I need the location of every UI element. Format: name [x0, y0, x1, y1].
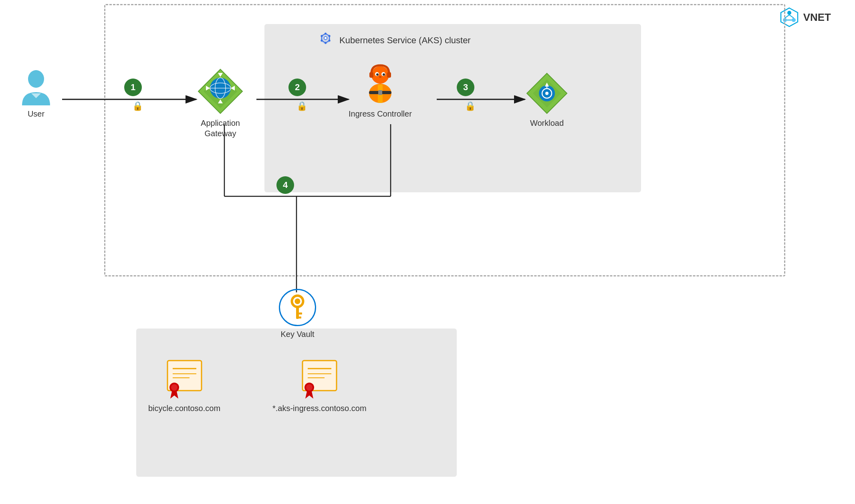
svg-point-16 — [321, 35, 323, 37]
svg-point-15 — [321, 40, 323, 42]
vnet-label: VNET — [779, 7, 831, 27]
vnet-text: VNET — [803, 11, 831, 24]
app-gateway-icon — [196, 67, 244, 115]
svg-point-13 — [329, 40, 331, 42]
keyvault-label: Key Vault — [280, 329, 314, 339]
user-label: User — [28, 109, 44, 119]
svg-marker-76 — [305, 391, 313, 399]
cert2-icon-block: *.aks-ingress.contoso.com — [272, 359, 367, 413]
lock-1: 🔒 — [132, 101, 143, 111]
svg-point-42 — [379, 76, 381, 78]
svg-point-37 — [371, 66, 389, 84]
cert1-icon — [165, 359, 204, 401]
svg-point-11 — [325, 33, 327, 35]
badge-3: 3 — [457, 79, 474, 96]
workload-icon-block: Workload — [525, 71, 569, 128]
svg-line-4 — [785, 15, 789, 18]
app-gateway-label: Application Gateway — [201, 118, 240, 139]
svg-line-5 — [789, 15, 794, 18]
svg-marker-69 — [170, 391, 178, 399]
svg-point-10 — [325, 37, 327, 39]
lock-2: 🔒 — [296, 101, 307, 111]
ingress-label: Ingress Controller — [349, 109, 412, 119]
diagram-container: VNET Kubernetes Service (AKS) cluster — [0, 0, 855, 504]
badge-4: 4 — [276, 176, 294, 194]
badge-2: 2 — [288, 79, 306, 96]
cert2-icon — [300, 359, 339, 401]
svg-point-53 — [545, 92, 548, 95]
ingress-icon-block: Ingress Controller — [349, 62, 412, 119]
lock-3: 🔒 — [465, 101, 476, 111]
svg-rect-61 — [299, 312, 302, 314]
cert1-icon-block: bicycle.contoso.com — [148, 359, 220, 413]
workload-label: Workload — [530, 118, 564, 128]
svg-point-40 — [376, 73, 379, 76]
svg-point-1 — [787, 11, 791, 15]
svg-rect-43 — [369, 72, 373, 78]
aks-cluster-label-area: Kubernetes Service (AKS) cluster — [317, 31, 471, 49]
user-icon — [20, 70, 52, 106]
aks-cluster-box — [264, 24, 641, 192]
traefik-icon — [358, 62, 402, 106]
keyvault-icon-block: Key Vault — [278, 288, 317, 339]
keyvault-icon — [278, 288, 317, 327]
app-gateway-icon-block: Application Gateway — [196, 67, 244, 139]
svg-point-3 — [792, 18, 796, 22]
svg-rect-48 — [378, 90, 382, 95]
aks-icon — [317, 31, 335, 49]
svg-point-68 — [171, 384, 177, 391]
workload-icon — [525, 71, 569, 115]
user-icon-block: User — [20, 70, 52, 119]
svg-point-14 — [325, 42, 327, 44]
cert1-label: bicycle.contoso.com — [148, 403, 220, 413]
cert2-label: *.aks-ingress.contoso.com — [272, 403, 367, 413]
svg-point-59 — [295, 298, 300, 304]
aks-cluster-label: Kubernetes Service (AKS) cluster — [339, 35, 471, 46]
svg-point-75 — [306, 384, 313, 391]
svg-rect-62 — [299, 317, 301, 319]
svg-rect-44 — [387, 72, 391, 78]
svg-point-41 — [383, 73, 385, 76]
svg-point-12 — [329, 35, 331, 37]
badge-1: 1 — [124, 79, 142, 96]
svg-point-26 — [28, 70, 44, 88]
svg-rect-60 — [296, 306, 299, 319]
